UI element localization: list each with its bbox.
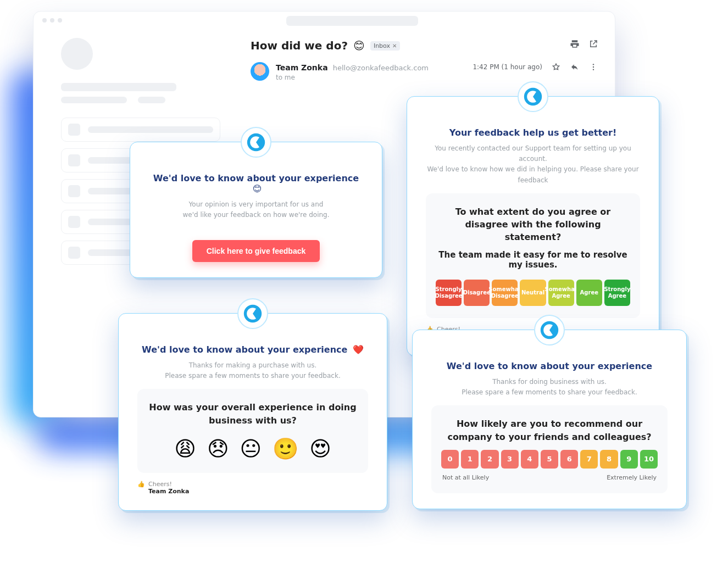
nps-option[interactable]: 7	[580, 450, 598, 469]
survey-card-feedback-cta: We'd love to know about your experience …	[130, 142, 382, 278]
zonka-logo-icon	[237, 298, 268, 329]
likert-scale: Strongly DisagreeDisagreeSomewhat Disagr…	[436, 280, 630, 306]
card-subtext: Your opinion is very important for us an…	[149, 199, 363, 220]
nps-option[interactable]: 8	[600, 450, 618, 469]
emoji-option[interactable]: 😍	[309, 437, 331, 461]
card-title: We'd love to know about your experience	[431, 361, 668, 371]
give-feedback-button[interactable]: Click here to give feedback	[192, 240, 320, 262]
close-icon[interactable]: ✕	[392, 43, 397, 49]
card-subtext: Thanks for doing business with us. Pleas…	[431, 377, 668, 398]
nps-high-label: Extremely Likely	[607, 474, 657, 481]
email-subject: How did we do? 😊 Inbox ✕	[251, 39, 598, 52]
likert-option[interactable]: Strongly Disagree	[436, 280, 462, 306]
star-icon[interactable]	[551, 62, 561, 72]
emoji-option[interactable]: 😞	[207, 437, 229, 461]
nps-scale: 012345678910	[441, 450, 658, 469]
likert-option[interactable]: Somewhat Disagree	[492, 280, 518, 306]
more-icon[interactable]	[588, 62, 598, 72]
sidebar-item[interactable]	[61, 118, 220, 142]
question-box: To what extent do you agree or disagree …	[426, 193, 640, 319]
to-line: to me	[276, 74, 429, 81]
question-text: To what extent do you agree or disagree …	[436, 205, 630, 244]
question-text: How likely are you to recommend our comp…	[441, 417, 658, 443]
nps-option[interactable]: 0	[441, 450, 459, 469]
zonka-logo-icon	[241, 127, 271, 158]
svg-point-2	[593, 69, 594, 70]
card-subtext: Thanks for making a purchase with us. Pl…	[137, 360, 368, 381]
sender-avatar	[251, 62, 269, 81]
nps-option[interactable]: 10	[640, 450, 658, 469]
nps-option[interactable]: 6	[560, 450, 578, 469]
thumbs-up-icon: 👍	[137, 481, 145, 488]
svg-point-1	[593, 66, 594, 68]
nps-option[interactable]: 2	[481, 450, 498, 469]
subject-text: How did we do?	[251, 39, 348, 52]
sender-name: Team Zonka	[276, 63, 328, 72]
likert-option[interactable]: Neutral	[520, 280, 546, 306]
emoji-option[interactable]: 😩	[174, 437, 196, 461]
heart-icon: ❤️	[353, 344, 364, 355]
emoji-option[interactable]: 😐	[240, 437, 262, 461]
inbox-label-chip[interactable]: Inbox ✕	[370, 41, 401, 51]
card-title: We'd love to know about your experience …	[149, 173, 363, 194]
likert-option[interactable]: Strongly Agree	[604, 280, 630, 306]
email-timestamp: 1:42 PM (1 hour ago)	[473, 63, 542, 71]
nps-option[interactable]: 3	[501, 450, 519, 469]
inbox-label-text: Inbox	[374, 42, 390, 49]
survey-card-ces: Your feedback help us get better! You re…	[407, 96, 659, 356]
profile-avatar-placeholder	[61, 38, 93, 70]
sender-email: hello@zonkafeedback.com	[333, 64, 429, 72]
statement-text: The team made it easy for me to resolve …	[436, 250, 630, 270]
survey-card-csat: We'd love to know about your experience …	[118, 313, 387, 511]
card-title: We'd love to know about your experience …	[137, 344, 368, 355]
reply-icon[interactable]	[570, 62, 580, 72]
nps-option[interactable]: 1	[461, 450, 479, 469]
zonka-logo-icon	[518, 81, 548, 112]
question-box: How was your overall experience in doing…	[137, 389, 368, 472]
nps-option[interactable]: 9	[620, 450, 638, 469]
nps-low-label: Not at all Likely	[442, 474, 489, 481]
question-text: How was your overall experience in doing…	[147, 401, 358, 426]
smile-icon: 😊	[253, 183, 262, 194]
likert-option[interactable]: Agree	[576, 280, 602, 306]
svg-point-0	[593, 64, 594, 65]
card-title: Your feedback help us get better!	[426, 127, 640, 138]
question-box: How likely are you to recommend our comp…	[431, 405, 668, 493]
likert-option[interactable]: Disagree	[464, 280, 490, 306]
likert-option[interactable]: Somewhat Agree	[548, 280, 574, 306]
nps-option[interactable]: 5	[541, 450, 558, 469]
search-bar-placeholder	[286, 16, 418, 26]
survey-card-nps: We'd love to know about your experience …	[412, 330, 687, 509]
zonka-logo-icon	[534, 315, 565, 345]
card-subtext: You recently contacted our Support team …	[426, 143, 640, 186]
signature: 👍 Cheers! Team Zonka	[137, 481, 368, 495]
subject-emoji: 😊	[353, 39, 365, 52]
nps-option[interactable]: 4	[521, 450, 538, 469]
emoji-rating: 😩😞😐🙂😍	[147, 437, 358, 461]
emoji-option[interactable]: 🙂	[273, 437, 298, 461]
